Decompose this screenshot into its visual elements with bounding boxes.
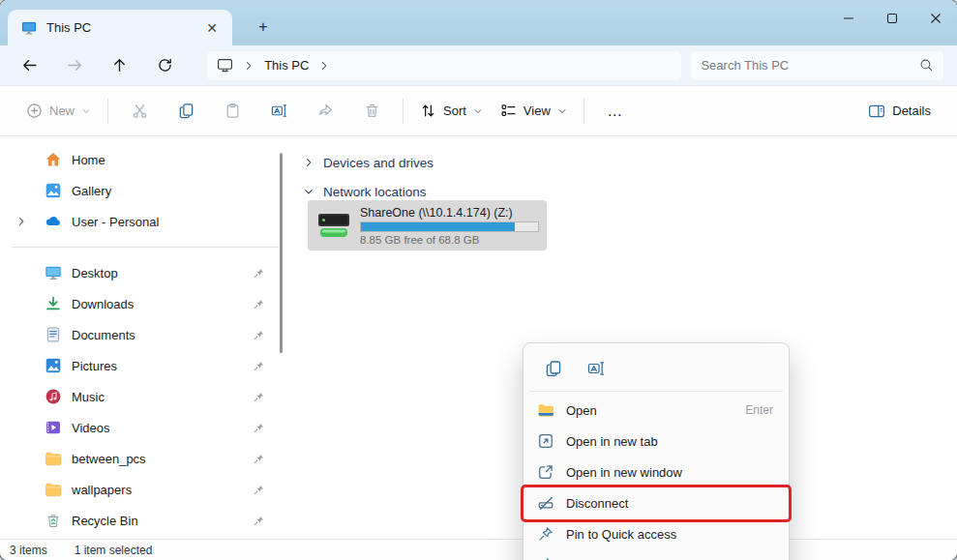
- maximize-button[interactable]: [870, 0, 913, 37]
- view-button[interactable]: View: [492, 96, 576, 126]
- selection-count: 1 item selected: [75, 544, 153, 557]
- sort-button[interactable]: Sort: [411, 96, 492, 126]
- sidebar-item-desktop[interactable]: Desktop: [6, 257, 284, 288]
- folder-icon: [45, 481, 62, 498]
- sidebar-item-recycle-bin[interactable]: Recycle Bin: [6, 505, 284, 536]
- sidebar-item-videos[interactable]: Videos: [6, 412, 284, 443]
- capacity-bar: [360, 221, 539, 232]
- menu-item-label: Disconnect: [566, 496, 762, 511]
- window-controls: [826, 0, 957, 39]
- sidebar-item-documents[interactable]: Documents: [6, 319, 284, 350]
- pin-icon: [253, 267, 265, 280]
- copy-button[interactable]: [535, 353, 572, 384]
- cut-button[interactable]: [120, 94, 159, 129]
- toolbar-divider-3: [583, 99, 584, 124]
- sidebar-item-onedrive-personal[interactable]: User - Personal: [6, 206, 284, 237]
- sidebar-item-music[interactable]: Music: [6, 381, 284, 412]
- sidebar-item-home[interactable]: Home: [6, 144, 284, 175]
- group-label: Network locations: [323, 185, 427, 199]
- pin-icon: [253, 515, 265, 527]
- search-input[interactable]: [701, 58, 919, 73]
- downloads-icon: [45, 295, 62, 312]
- breadcrumb-chevron-icon-2[interactable]: [318, 60, 330, 72]
- pin-icon: [253, 391, 265, 403]
- open-new-tab-icon: [537, 432, 554, 450]
- drive-name: ShareOne (\\10.1.4.174) (Z:): [360, 206, 513, 220]
- sidebar-item-label: User - Personal: [72, 215, 159, 229]
- sort-button-label: Sort: [443, 103, 466, 118]
- pin-icon: [253, 298, 265, 310]
- sidebar-item-label: Music: [72, 390, 105, 404]
- chevron-down-icon: [302, 186, 315, 197]
- sidebar-item-label: Home: [72, 153, 105, 167]
- minimize-button[interactable]: [826, 0, 870, 37]
- item-count: 3 items: [10, 544, 47, 557]
- network-drive-shareone[interactable]: ShareOne (\\10.1.4.174) (Z:) 8.85 GB fre…: [308, 200, 547, 251]
- pictures-icon: [45, 357, 62, 374]
- title-bar: This PC ✕ +: [0, 0, 957, 45]
- drive-details: ShareOne (\\10.1.4.174) (Z:) 8.85 GB fre…: [360, 205, 539, 246]
- sidebar-item-between-pcs[interactable]: between_pcs: [6, 443, 284, 474]
- see-more-button[interactable]: …: [596, 94, 635, 129]
- toolbar-divider-2: [403, 99, 404, 124]
- sidebar-item-label: Recycle Bin: [72, 514, 138, 528]
- sidebar-item-label: between_pcs: [72, 452, 146, 466]
- tab-close-icon[interactable]: ✕: [201, 17, 223, 39]
- sidebar-item-label: Videos: [72, 421, 110, 435]
- close-button[interactable]: [913, 0, 957, 37]
- chevron-right-icon[interactable]: [15, 216, 27, 227]
- sidebar-item-wallpapers[interactable]: wallpapers: [6, 474, 284, 505]
- back-button[interactable]: [14, 50, 46, 81]
- tab-this-pc[interactable]: This PC ✕: [8, 10, 232, 45]
- this-pc-breadcrumb-icon: [217, 57, 233, 74]
- search-box: [691, 51, 943, 80]
- paste-button[interactable]: [213, 94, 252, 129]
- sidebar-item-label: Gallery: [72, 184, 111, 198]
- new-plus-icon: [26, 103, 43, 119]
- share-button[interactable]: [306, 94, 344, 129]
- menu-item-disconnect[interactable]: Disconnect: [527, 487, 785, 518]
- command-bar: New Sort: [0, 86, 957, 136]
- sidebar-item-gallery[interactable]: Gallery: [6, 175, 284, 206]
- sidebar-item-label: Downloads: [72, 297, 134, 311]
- sidebar-item-label: Documents: [72, 328, 135, 342]
- menu-item-pin-to-start[interactable]: Pin to Start: [527, 549, 785, 560]
- pin-icon: [253, 484, 265, 496]
- menu-item-pin-to-quick-access[interactable]: Pin to Quick access: [527, 518, 785, 549]
- copy-button[interactable]: [166, 94, 205, 129]
- menu-divider: [529, 391, 783, 392]
- folder-icon: [45, 450, 62, 467]
- menu-item-open[interactable]: Open Enter: [527, 395, 785, 426]
- address-bar[interactable]: This PC: [207, 51, 681, 80]
- navigation-pane: Home Gallery User - Personal: [0, 136, 290, 539]
- sidebar-item-downloads[interactable]: Downloads: [6, 288, 284, 319]
- breadcrumb-chevron-icon[interactable]: [243, 60, 254, 72]
- rename-button[interactable]: [578, 353, 614, 384]
- forward-button[interactable]: [59, 50, 92, 81]
- refresh-button[interactable]: [149, 50, 182, 81]
- sidebar-item-label: Desktop: [72, 266, 118, 280]
- new-tab-button[interactable]: +: [250, 14, 277, 41]
- view-icon: [500, 103, 517, 119]
- breadcrumb-this-pc[interactable]: This PC: [264, 58, 309, 73]
- search-icon[interactable]: [919, 58, 934, 73]
- new-button[interactable]: New: [17, 96, 100, 126]
- menu-item-shortcut: Enter: [745, 403, 773, 417]
- status-bar: 3 items 1 item selected: [0, 539, 957, 560]
- details-pane-button[interactable]: Details: [859, 96, 940, 127]
- onedrive-icon: [45, 213, 62, 230]
- gallery-icon: [45, 182, 62, 199]
- new-button-label: New: [49, 103, 75, 118]
- up-button[interactable]: [104, 50, 136, 81]
- delete-button[interactable]: [352, 94, 391, 129]
- sidebar-scrollbar[interactable]: [280, 153, 283, 353]
- sidebar-item-label: Pictures: [72, 359, 117, 373]
- rename-button[interactable]: [259, 94, 298, 129]
- capacity-bar-fill: [361, 222, 515, 231]
- sidebar-item-pictures[interactable]: Pictures: [6, 350, 284, 381]
- menu-item-open-in-new-tab[interactable]: Open in new tab: [527, 426, 785, 457]
- menu-item-open-in-new-window[interactable]: Open in new window: [527, 457, 785, 487]
- documents-icon: [45, 326, 62, 343]
- group-devices-and-drives[interactable]: Devices and drives: [302, 148, 957, 177]
- open-new-window-icon: [537, 463, 554, 481]
